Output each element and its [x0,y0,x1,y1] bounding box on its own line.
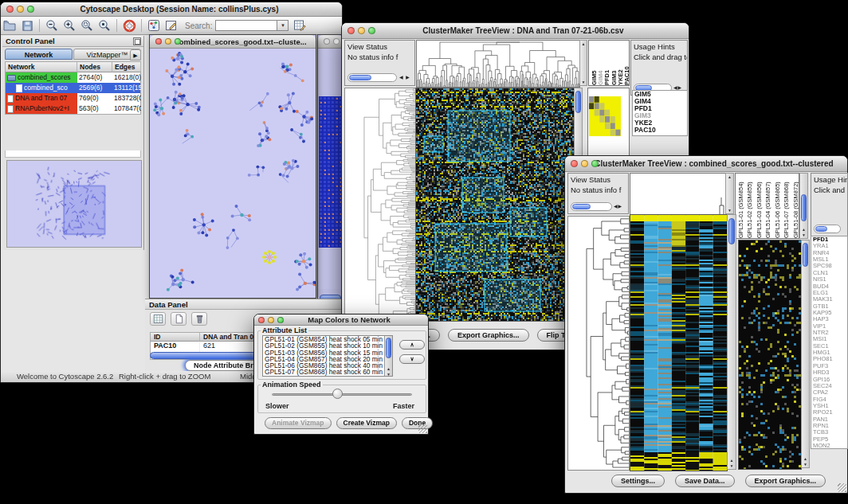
map-colors-dialog: Map Colors to Network Attribute List GPL… [253,314,429,435]
column-label[interactable]: PFD1 [603,41,609,85]
move-down-button[interactable]: ∨ [399,354,425,364]
treeview-button[interactable]: Export Graphics... [448,329,529,342]
table-grid-icon[interactable] [150,312,166,326]
column-label[interactable]: GPL51-06 (GSM865) [774,174,780,238]
column-label[interactable]: GIM4 [597,41,603,85]
zoom-button[interactable] [27,6,34,13]
tv2-side-vscrollbar[interactable]: ▲▼ [801,240,810,468]
column-header[interactable]: Edges [112,62,141,72]
tv2-labels-vscrollbar[interactable]: ▲▼ [799,173,808,239]
column-label[interactable]: GPL51-08 (GSM872) [792,174,799,238]
tv1-mini-heatmap[interactable] [589,96,621,136]
zoom-button[interactable] [175,38,181,45]
resize-grip[interactable] [838,483,846,492]
minimize-button[interactable] [333,38,340,45]
column-header[interactable]: Nodes [77,62,112,72]
dialog-title-bar[interactable]: Map Colors to Network [254,315,428,326]
network-table-row[interactable]: combined_scores 2764(0) 16218(0) [6,72,140,83]
gene-label[interactable]: MON2 [811,443,847,449]
speed-slider-thumb[interactable] [332,389,343,399]
tab-overflow-button[interactable]: ▶ [130,49,141,61]
treeview-button[interactable]: Settings... [611,475,665,487]
minimize-button[interactable] [581,160,588,167]
search-input[interactable] [215,20,277,31]
scroll-arrows[interactable]: ◀ ▶ [399,73,410,82]
column-header[interactable]: ID [151,333,200,342]
annotation-icon[interactable] [163,18,180,33]
tab[interactable]: Network [5,49,73,60]
birds-eye-overview[interactable] [6,160,142,248]
close-button[interactable] [155,38,162,45]
new-document-icon[interactable] [171,312,186,326]
tv2-status-scrollbar[interactable] [571,202,612,211]
network2-title-bar[interactable] [318,35,343,49]
tv2-main-vscrollbar[interactable]: ▲▼ [727,214,736,470]
tv1-heatmap[interactable] [415,88,575,322]
close-button[interactable] [6,6,14,13]
network-table-row[interactable]: combined_sco 2569(6) 13112(15) [6,83,140,93]
network-table-row[interactable]: DNA and Tran 07 769(0) 183728(0) [6,93,140,104]
gene-label[interactable]: PAC10 [633,127,687,134]
column-label[interactable]: PAC10 [623,41,629,85]
zoom-button[interactable] [368,27,375,34]
vizmapper-icon[interactable] [145,18,163,33]
tv1-status-scrollbar[interactable] [347,73,397,82]
close-button[interactable] [258,317,265,323]
column-label[interactable]: GPL51-07 (GSM868) [783,174,789,238]
column-label[interactable]: GPL51-04 (GSM857) [764,174,771,238]
open-file-button[interactable] [1,18,18,33]
treeview1-title-bar[interactable]: ClusterMaker TreeView : DNA and Tran 07-… [342,23,689,39]
dialog-button[interactable]: Create Vizmap [336,417,397,429]
treeview-button[interactable]: Save Data... [675,475,735,487]
float-panel-icon[interactable] [133,37,141,45]
tv2-usage-scrollbar[interactable] [814,225,841,233]
attribute-item[interactable]: GPL51-07 (GSM868) heat shock 60 min [263,369,392,375]
column-label[interactable]: GPL51-01 (GSM854) [737,174,744,238]
zoom-in-button[interactable] [61,18,78,33]
dialog-button[interactable]: Done [402,417,433,429]
minimize-button[interactable] [358,27,365,34]
treeview2-title-bar[interactable]: ClusterMaker TreeView : combined_scores_… [565,156,847,172]
close-button[interactable] [571,160,578,167]
zoom-button[interactable] [591,160,599,167]
network2-canvas[interactable] [318,49,343,289]
dialog-button[interactable]: Animate Vizmap [265,417,332,429]
column-label[interactable]: GIM3 [610,41,616,85]
tv1-minor-vscrollbar[interactable]: ▲▼ [579,40,587,86]
tv2-cluster-heatmap[interactable] [738,240,802,470]
tv2-top-dendrogram[interactable] [630,173,726,216]
zoom-out-button[interactable] [43,18,61,33]
tv2-row-dendrogram[interactable] [567,216,630,471]
close-button[interactable] [347,27,355,34]
trash-icon[interactable] [191,312,207,326]
close-button[interactable] [324,38,330,45]
zoom-button[interactable] [277,317,284,323]
zoom-fit-button[interactable] [78,18,96,33]
scroll-arrows[interactable]: ◀▶ [614,202,622,211]
search-dropdown-button[interactable]: ▼ [277,20,289,31]
network-table-row[interactable]: RNAPuberNov2+I 563(0) 107847(0) [6,104,140,114]
minimize-button[interactable] [17,6,24,13]
tv1-top-dendrogram[interactable] [416,40,580,88]
tv2-heatmap[interactable] [630,214,728,471]
column-label[interactable]: GPL51-02 (GSM855) [746,174,752,238]
save-button[interactable] [18,18,36,33]
resize-grip[interactable] [418,424,427,433]
attribute-table-icon[interactable] [291,18,308,33]
column-label[interactable]: YKE2 [617,41,622,85]
help-ring-icon[interactable] [120,18,138,33]
move-up-button[interactable]: ∧ [399,340,425,350]
column-label[interactable]: GPL51-03 (GSM856) [756,174,762,238]
column-header[interactable]: Network [6,62,77,72]
zoom-selected-button[interactable] [96,18,113,33]
minimize-button[interactable] [165,38,171,45]
network1-title-bar[interactable]: combined_scores_good.txt--cluste... [150,35,316,49]
treeview-button[interactable]: Export Graphics... [745,475,826,487]
main-title-bar[interactable]: Cytoscape Desktop (Session Name: collins… [1,2,342,17]
tv2-minor-vscrollbar[interactable]: ▲▼ [725,173,734,214]
column-label[interactable]: GIM5 [591,41,596,85]
network1-canvas[interactable] [150,49,316,298]
tv1-row-dendrogram[interactable] [344,88,416,322]
minimize-button[interactable] [268,317,274,323]
attribute-list-vscrollbar[interactable]: ▲▼ [384,336,392,377]
